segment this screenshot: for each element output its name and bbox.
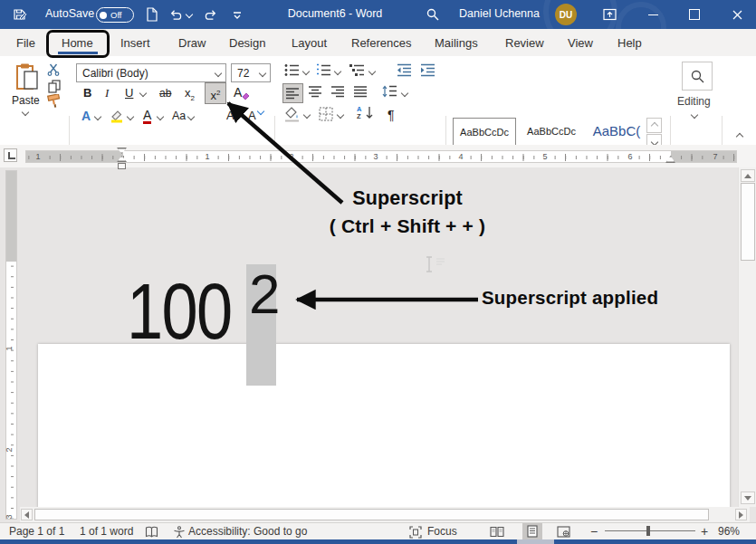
editing-caret[interactable] — [691, 111, 698, 119]
minimize-button[interactable] — [634, 0, 672, 29]
page-info[interactable]: Page 1 of 1 — [9, 525, 64, 538]
word-count[interactable]: 1 of 1 word — [80, 525, 133, 538]
font-family-combobox[interactable]: Calibri (Body) — [76, 63, 226, 82]
format-painter-icon[interactable] — [46, 94, 62, 109]
bold-button[interactable]: B — [83, 87, 91, 99]
save-icon[interactable] — [13, 7, 27, 22]
user-name[interactable]: Daniel Uchenna — [459, 7, 540, 20]
autosave-toggle[interactable]: Off — [96, 7, 134, 23]
styles-scroll-up[interactable] — [646, 118, 662, 133]
accessibility-status[interactable]: Accessibility: Good to go — [188, 525, 307, 538]
tab-layout[interactable]: Layout — [292, 36, 327, 50]
show-hide-pilcrow-button[interactable]: ¶ — [388, 109, 395, 121]
numbering-caret[interactable] — [334, 68, 341, 75]
italic-button[interactable]: I — [105, 87, 109, 99]
subscript-button[interactable]: x2 — [185, 87, 195, 102]
close-button[interactable] — [718, 0, 756, 29]
tab-view[interactable]: View — [568, 36, 593, 50]
text-effects-button[interactable]: A — [81, 110, 91, 122]
sort-button[interactable]: A Z — [357, 106, 375, 121]
underline-dropdown-caret[interactable] — [139, 90, 147, 97]
tab-draw[interactable]: Draw — [178, 36, 206, 50]
scroll-up-button[interactable] — [741, 169, 755, 182]
bullets-icon[interactable] — [284, 63, 300, 77]
tab-stop-selector[interactable] — [4, 148, 17, 162]
maximize-button[interactable] — [675, 0, 713, 29]
borders-icon[interactable] — [319, 107, 334, 122]
tab-design[interactable]: Design — [229, 36, 265, 50]
multilevel-list-caret[interactable] — [368, 68, 376, 75]
line-spacing-icon[interactable] — [382, 84, 397, 99]
search-icon[interactable] — [426, 7, 440, 22]
font-color-caret[interactable] — [157, 113, 164, 120]
superscript-digit-text[interactable]: 2 — [249, 266, 280, 322]
borders-caret[interactable] — [337, 111, 344, 119]
collapse-ribbon-icon[interactable] — [736, 133, 743, 140]
tab-review[interactable]: Review — [505, 36, 544, 50]
justify-button[interactable] — [354, 86, 368, 98]
copy-icon[interactable] — [48, 80, 61, 93]
horizontal-scroll-thumb[interactable] — [34, 509, 709, 520]
underline-button[interactable]: U — [125, 87, 133, 99]
change-case-button[interactable]: Aa — [172, 110, 186, 122]
editing-button[interactable]: Editing — [677, 96, 711, 107]
undo-dropdown-caret[interactable] — [186, 11, 193, 18]
font-size-combobox[interactable]: 72 — [231, 63, 271, 82]
highlight-color-caret[interactable] — [127, 113, 134, 120]
vertical-ruler[interactable] — [5, 170, 17, 520]
zoom-level[interactable]: 96% — [718, 525, 740, 538]
tab-file[interactable]: File — [16, 36, 35, 50]
change-case-caret[interactable] — [187, 113, 195, 120]
avatar[interactable]: DU — [555, 4, 577, 25]
ribbon-display-options-icon[interactable] — [603, 8, 617, 21]
document-text[interactable]: 100 — [127, 272, 231, 351]
shading-icon[interactable] — [284, 107, 301, 122]
editing-find-icon[interactable] — [682, 62, 713, 91]
web-layout-icon[interactable] — [557, 526, 570, 538]
zoom-out-button[interactable]: − — [590, 524, 598, 539]
focus-icon[interactable] — [409, 526, 422, 539]
scroll-down-button[interactable] — [741, 492, 755, 504]
bullets-caret[interactable] — [302, 68, 310, 75]
left-indent-marker[interactable] — [118, 163, 126, 169]
highlight-color-icon[interactable] — [110, 108, 124, 123]
align-right-button[interactable] — [331, 86, 345, 98]
line-spacing-caret[interactable] — [401, 90, 408, 97]
redo-icon[interactable] — [205, 8, 218, 22]
strikethrough-button[interactable]: ab — [159, 88, 171, 99]
print-layout-button[interactable] — [522, 523, 542, 539]
numbering-icon[interactable] — [316, 63, 331, 77]
shading-caret[interactable] — [303, 111, 311, 119]
align-left-button[interactable] — [282, 83, 303, 103]
paste-button[interactable]: Paste — [12, 95, 40, 106]
undo-icon[interactable] — [168, 8, 182, 22]
proofing-icon[interactable] — [145, 526, 158, 539]
vertical-scrollbar[interactable] — [738, 167, 756, 507]
superscript-button[interactable]: x2 — [205, 82, 226, 104]
horizontal-scrollbar[interactable] — [20, 507, 750, 522]
accessibility-icon[interactable] — [173, 526, 186, 539]
scroll-left-button[interactable] — [21, 509, 33, 520]
tab-references[interactable]: References — [351, 36, 411, 50]
zoom-in-button[interactable]: + — [701, 524, 708, 539]
tab-insert[interactable]: Insert — [120, 36, 150, 50]
paste-icon[interactable] — [14, 63, 40, 92]
align-center-button[interactable] — [309, 86, 322, 98]
new-document-icon[interactable] — [145, 7, 158, 22]
read-mode-icon[interactable] — [490, 526, 504, 538]
increase-indent-icon[interactable] — [420, 63, 435, 77]
text-effects-caret[interactable] — [94, 113, 101, 120]
tab-help[interactable]: Help — [617, 36, 642, 50]
vertical-scroll-thumb[interactable] — [741, 183, 755, 261]
clear-formatting-button[interactable]: A — [234, 86, 242, 99]
decrease-indent-icon[interactable] — [397, 63, 412, 77]
font-color-button[interactable]: A — [143, 109, 151, 124]
cut-icon[interactable] — [47, 63, 60, 76]
scroll-right-button[interactable] — [735, 509, 747, 520]
grow-font-button[interactable]: A — [226, 110, 234, 121]
shrink-font-button[interactable]: A — [248, 110, 256, 121]
paste-dropdown-caret[interactable] — [22, 109, 29, 116]
zoom-slider-thumb[interactable] — [646, 526, 650, 536]
focus-label[interactable]: Focus — [427, 525, 457, 538]
quick-access-toolbar-icon[interactable] — [232, 10, 243, 21]
